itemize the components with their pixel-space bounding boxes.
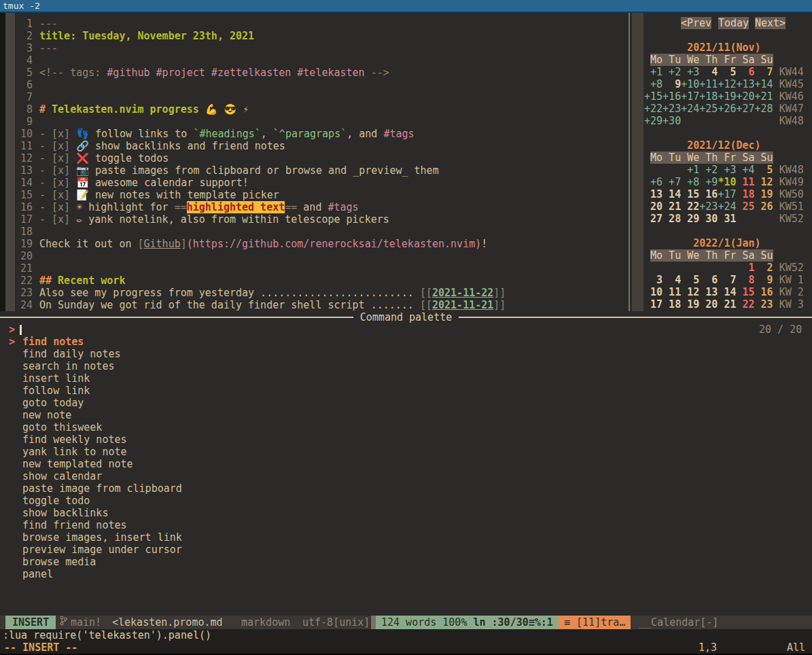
editor-line[interactable]: 9: [15, 116, 629, 128]
calendar-day-cell[interactable]: [736, 115, 754, 127]
calendar-day-cell[interactable]: 19: [681, 298, 699, 311]
calendar-day-cell[interactable]: +23: [663, 103, 681, 115]
calendar-day-cell[interactable]: [699, 262, 718, 274]
calendar-day-cell[interactable]: +19: [718, 90, 736, 103]
calendar-day-cell[interactable]: [755, 213, 773, 225]
calendar-day-cell[interactable]: 15: [736, 286, 754, 298]
calendar-day-cell[interactable]: 22: [681, 200, 699, 213]
calendar-day-cell[interactable]: +9: [699, 176, 718, 188]
palette-item[interactable]: find weekly notes: [0, 433, 812, 446]
calendar-day-cell[interactable]: [699, 115, 718, 127]
editor-line[interactable]: 8# Telekasten.nvim progress 💪 😎 ⚡: [15, 103, 629, 116]
calendar-day-cell[interactable]: 5: [718, 66, 736, 78]
calendar-today-button[interactable]: Today: [718, 17, 749, 29]
calendar-day-cell[interactable]: +13: [736, 78, 754, 90]
palette-item[interactable]: show backlinks: [0, 507, 812, 519]
calendar-day-cell[interactable]: [736, 213, 754, 225]
calendar-day-cell[interactable]: 13: [699, 286, 718, 298]
calendar-day-cell[interactable]: [681, 262, 699, 274]
palette-item[interactable]: follow link: [0, 385, 812, 397]
calendar-day-cell[interactable]: 21: [718, 298, 736, 311]
calendar-day-cell[interactable]: 29: [681, 213, 699, 225]
palette-item[interactable]: browse media: [0, 556, 812, 568]
palette-item[interactable]: browse images, insert link: [0, 531, 812, 544]
calendar-day-cell[interactable]: +17: [681, 90, 699, 103]
calendar-day-cell[interactable]: +22: [644, 103, 663, 115]
palette-item[interactable]: show calendar: [0, 470, 812, 482]
calendar-next-button[interactable]: Next>: [755, 17, 785, 29]
calendar-day-cell[interactable]: 11: [736, 176, 754, 188]
editor-line[interactable]: 4: [15, 54, 629, 67]
calendar-day-cell[interactable]: 23: [755, 298, 773, 311]
palette-item[interactable]: find friend notes: [0, 519, 812, 531]
calendar-day-cell[interactable]: *10: [718, 176, 736, 188]
calendar-day-cell[interactable]: 13: [644, 188, 663, 200]
calendar-day-cell[interactable]: [681, 115, 699, 127]
calendar-day-cell[interactable]: 4: [699, 66, 718, 78]
buffer-tab-segment[interactable]: ≡ [11]tra…: [559, 616, 631, 629]
editor-line[interactable]: 13- [x] 📷 paste images from clipboard or…: [15, 164, 629, 177]
calendar-day-cell[interactable]: 18: [736, 188, 754, 200]
editor-window[interactable]: 1---2title: Tuesday, November 23th, 2021…: [15, 13, 629, 311]
calendar-day-cell[interactable]: 7: [718, 274, 736, 286]
calendar-day-cell[interactable]: +8: [644, 78, 663, 90]
palette-item[interactable]: search in notes: [0, 360, 812, 372]
calendar-day-cell[interactable]: 3: [644, 274, 663, 286]
calendar-day-cell[interactable]: +17: [718, 188, 736, 200]
calendar-day-cell[interactable]: 26: [755, 200, 773, 213]
calendar-day-cell[interactable]: +29: [644, 115, 663, 127]
calendar-day-cell[interactable]: +24: [718, 200, 736, 213]
palette-item[interactable]: >find notes: [0, 336, 812, 348]
calendar-day-cell[interactable]: +7: [663, 176, 681, 188]
command-line[interactable]: :lua require('telekasten').panel(): [0, 629, 812, 641]
calendar-day-cell[interactable]: +4: [736, 164, 754, 176]
calendar-day-cell[interactable]: 20: [699, 298, 718, 311]
palette-item[interactable]: new note: [0, 409, 812, 421]
palette-item[interactable]: paste image from clipboard: [0, 482, 812, 495]
editor-line[interactable]: 12- [x] ❌ toggle todos: [15, 152, 629, 164]
calendar-day-cell[interactable]: +16: [663, 90, 681, 103]
calendar-day-cell[interactable]: +21: [755, 90, 773, 103]
calendar-day-cell[interactable]: +28: [755, 103, 773, 115]
calendar-day-cell[interactable]: +8: [681, 176, 699, 188]
editor-line[interactable]: 19Check it out on [Github](https://githu…: [15, 238, 629, 250]
calendar-day-cell[interactable]: 19: [755, 188, 773, 200]
calendar-day-cell[interactable]: 4: [663, 274, 681, 286]
calendar-day-cell[interactable]: 9: [663, 78, 681, 90]
calendar-day-cell[interactable]: 12: [755, 176, 773, 188]
calendar-day-cell[interactable]: +3: [718, 164, 736, 176]
editor-line[interactable]: 11- [x] 🔗 show backlinks and friend note…: [15, 140, 629, 152]
calendar-day-cell[interactable]: 17: [644, 298, 663, 311]
editor-line[interactable]: 18: [15, 226, 629, 238]
editor-line[interactable]: 20: [15, 250, 629, 262]
calendar-day-cell[interactable]: 8: [736, 274, 754, 286]
editor-line[interactable]: 21: [15, 262, 629, 275]
editor-line[interactable]: 5<!-- tags: #github #project #zettelkast…: [15, 67, 629, 79]
calendar-day-cell[interactable]: +20: [736, 90, 754, 103]
calendar-scrollbar[interactable]: [632, 13, 643, 311]
editor-line[interactable]: 16- [x] ☀ highlight for ==highlighted te…: [15, 201, 629, 213]
calendar-day-cell[interactable]: +26: [718, 103, 736, 115]
palette-item[interactable]: insert link: [0, 372, 812, 385]
calendar-day-cell[interactable]: 21: [663, 200, 681, 213]
git-branch-label[interactable]: main!: [71, 616, 101, 629]
calendar-day-cell[interactable]: +6: [644, 176, 663, 188]
calendar-day-cell[interactable]: [718, 115, 736, 127]
palette-item[interactable]: toggle todo: [0, 495, 812, 507]
editor-line[interactable]: 23Also see my progress from yesterday ..…: [15, 287, 629, 299]
calendar-day-cell[interactable]: 5: [681, 274, 699, 286]
palette-item[interactable]: yank link to note: [0, 446, 812, 458]
calendar-day-cell[interactable]: 6: [736, 66, 754, 78]
calendar-day-cell[interactable]: 14: [718, 286, 736, 298]
calendar-day-cell[interactable]: 6: [699, 274, 718, 286]
calendar-day-cell[interactable]: [663, 262, 681, 274]
editor-line[interactable]: 3---: [15, 42, 629, 54]
calendar-day-cell[interactable]: +2: [663, 66, 681, 78]
calendar-day-cell[interactable]: [644, 262, 663, 274]
calendar-day-cell[interactable]: +3: [681, 66, 699, 78]
calendar-day-cell[interactable]: 20: [644, 200, 663, 213]
calendar-day-cell[interactable]: +1: [644, 66, 663, 78]
calendar-day-cell[interactable]: 27: [644, 213, 663, 225]
editor-line[interactable]: 24On Sunday we got rid of the daily find…: [15, 299, 629, 311]
calendar-day-cell[interactable]: [663, 164, 681, 176]
